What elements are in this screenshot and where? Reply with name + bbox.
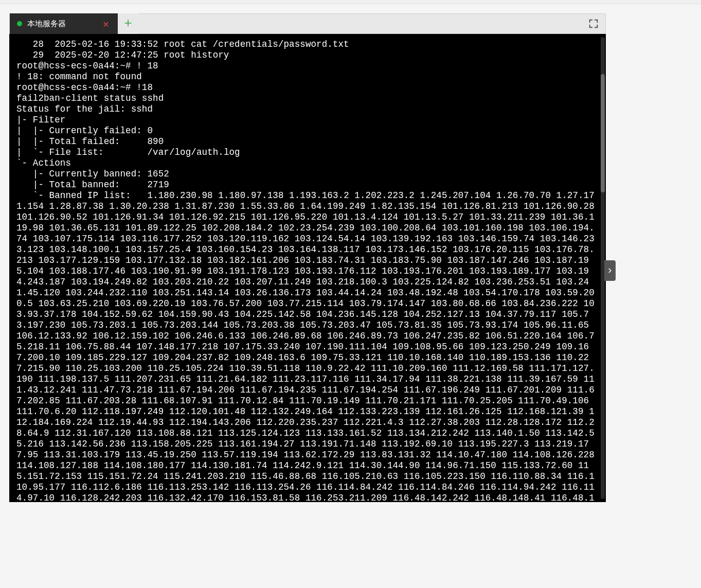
scrollbar-thumb[interactable]: [601, 74, 605, 192]
currently-banned-label: |- Currently banned:: [16, 169, 142, 179]
total-failed-value: 890: [147, 136, 164, 147]
terminal-wrapper: 28 2025-02-16 19:33:52 root cat /credent…: [9, 34, 606, 502]
close-icon[interactable]: ✕: [101, 17, 111, 30]
fullscreen-button[interactable]: [588, 18, 599, 29]
currently-failed-label: | |- Currently failed:: [16, 126, 142, 136]
command-input: ! 18: [136, 61, 158, 71]
error-output: ! 18: command not found: [16, 72, 142, 82]
file-list-value: /var/log/auth.log: [147, 147, 240, 157]
file-list-label: | `- File list:: [16, 147, 104, 157]
total-banned-label: |- Total banned:: [16, 180, 120, 190]
currently-failed-value: 0: [147, 126, 153, 136]
history-line: 29 2025-02-20 12:47:25 root history: [16, 50, 229, 60]
terminal-tab[interactable]: 本地服务器 ✕: [10, 13, 118, 34]
filter-section: |- Filter: [16, 115, 65, 125]
app-container: 本地服务器 ✕ + 28 2025-02-16 19:33:52 root ca…: [0, 4, 701, 588]
connection-status-dot: [17, 21, 22, 26]
currently-banned-value: 1652: [147, 169, 169, 179]
terminal-output[interactable]: 28 2025-02-16 19:33:52 root cat /credent…: [9, 34, 606, 502]
top-toolbar: [0, 0, 701, 4]
tab-title: 本地服务器: [27, 19, 96, 29]
banned-ip-label: `- Banned IP list:: [16, 190, 131, 201]
total-banned-value: 2719: [147, 180, 169, 190]
shell-prompt: root@hcss-ecs-0a44:~#: [16, 61, 136, 71]
new-tab-button[interactable]: +: [118, 13, 138, 34]
total-failed-label: | |- Total failed:: [16, 136, 120, 147]
actions-section: `- Actions: [16, 158, 71, 168]
command-input: !18: [136, 82, 153, 93]
banned-ip-list: 1.180.230.98 1.180.97.138 1.193.163.2 1.…: [16, 190, 600, 502]
tab-bar: 本地服务器 ✕ +: [9, 13, 606, 34]
shell-prompt: root@hcss-ecs-0a44:~#: [16, 82, 136, 93]
expanded-command: fail2ban-client status sshd: [16, 93, 164, 103]
expand-side-panel-button[interactable]: [604, 260, 616, 281]
jail-status-header: Status for the jail: sshd: [16, 104, 153, 114]
history-line: 28 2025-02-16 19:33:52 root cat /credent…: [16, 39, 349, 49]
